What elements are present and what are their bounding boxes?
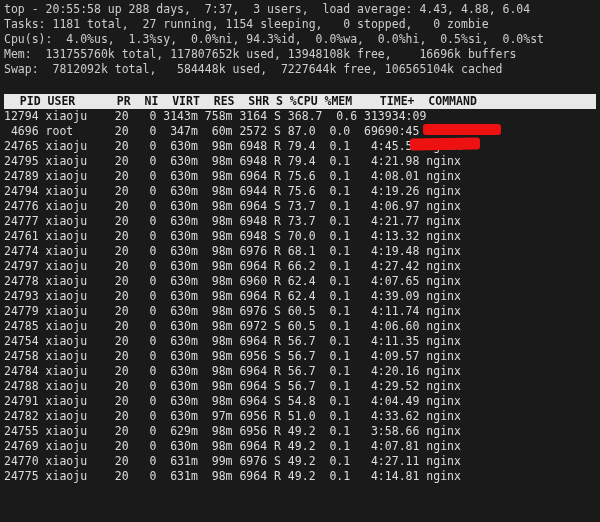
summary-mem: Mem: 131755760k total, 117807652k used, … [4, 47, 596, 62]
process-table-header: PID USER PR NI VIRT RES SHR S %CPU %MEM … [4, 94, 596, 109]
table-row: 24777 xiaoju 20 0 630m 98m 6948 R 73.7 0… [4, 214, 596, 229]
summary-uptime: top - 20:55:58 up 288 days, 7:37, 3 user… [4, 2, 596, 17]
table-row: 24793 xiaoju 20 0 630m 98m 6964 R 62.4 0… [4, 289, 596, 304]
table-row: 24776 xiaoju 20 0 630m 98m 6964 S 73.7 0… [4, 199, 596, 214]
summary-tasks: Tasks: 1181 total, 27 running, 1154 slee… [4, 17, 596, 32]
table-row: 24784 xiaoju 20 0 630m 98m 6964 R 56.7 0… [4, 364, 596, 379]
table-row: 24794 xiaoju 20 0 630m 98m 6944 R 75.6 0… [4, 184, 596, 199]
table-row: 24775 xiaoju 20 0 631m 98m 6964 R 49.2 0… [4, 469, 596, 484]
table-row: 24754 xiaoju 20 0 630m 98m 6964 R 56.7 0… [4, 334, 596, 349]
table-row: 24791 xiaoju 20 0 630m 98m 6964 S 54.8 0… [4, 394, 596, 409]
table-row: 24795 xiaoju 20 0 630m 98m 6948 R 79.4 0… [4, 154, 596, 169]
table-row: 24770 xiaoju 20 0 631m 99m 6976 S 49.2 0… [4, 454, 596, 469]
table-row: 12794 xiaoju 20 0 3143m 758m 3164 S 368.… [4, 109, 596, 124]
process-table-body: 12794 xiaoju 20 0 3143m 758m 3164 S 368.… [4, 109, 596, 484]
table-row: 24785 xiaoju 20 0 630m 98m 6972 S 60.5 0… [4, 319, 596, 334]
table-row: 24789 xiaoju 20 0 630m 98m 6964 R 75.6 0… [4, 169, 596, 184]
terminal[interactable]: top - 20:55:58 up 288 days, 7:37, 3 user… [0, 0, 600, 484]
table-row: 24774 xiaoju 20 0 630m 98m 6976 R 68.1 0… [4, 244, 596, 259]
table-row: 24761 xiaoju 20 0 630m 98m 6948 S 70.0 0… [4, 229, 596, 244]
table-row: 24755 xiaoju 20 0 629m 98m 6956 R 49.2 0… [4, 424, 596, 439]
summary-cpu: Cpu(s): 4.0%us, 1.3%sy, 0.0%ni, 94.3%id,… [4, 32, 596, 47]
summary-swap: Swap: 7812092k total, 584448k used, 7227… [4, 62, 596, 77]
table-row: 24779 xiaoju 20 0 630m 98m 6976 S 60.5 0… [4, 304, 596, 319]
top-summary: top - 20:55:58 up 288 days, 7:37, 3 user… [4, 2, 596, 77]
table-row: 24788 xiaoju 20 0 630m 98m 6964 S 56.7 0… [4, 379, 596, 394]
table-row: 24765 xiaoju 20 0 630m 98m 6948 R 79.4 0… [4, 139, 596, 154]
table-row: 24778 xiaoju 20 0 630m 98m 6960 R 62.4 0… [4, 274, 596, 289]
table-row: 24769 xiaoju 20 0 630m 98m 6964 R 49.2 0… [4, 439, 596, 454]
table-row: 4696 root 20 0 347m 60m 2572 S 87.0 0.0 … [4, 124, 596, 139]
table-row: 24782 xiaoju 20 0 630m 97m 6956 R 51.0 0… [4, 409, 596, 424]
table-row: 24797 xiaoju 20 0 630m 98m 6964 R 66.2 0… [4, 259, 596, 274]
table-row: 24758 xiaoju 20 0 630m 98m 6956 S 56.7 0… [4, 349, 596, 364]
